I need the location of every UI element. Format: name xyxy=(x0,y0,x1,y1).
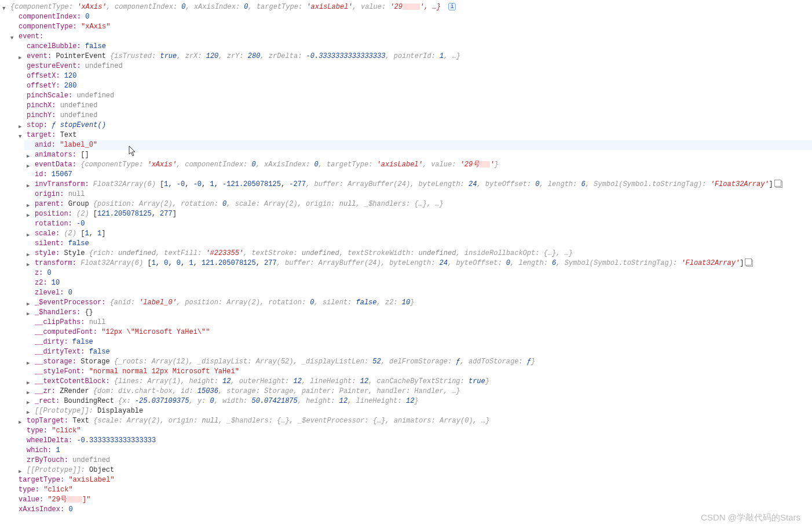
prop-xaxisindex[interactable]: xAxisIndex: 0 xyxy=(8,505,812,515)
expand-toggle[interactable] xyxy=(27,201,33,207)
prop-textcotentblock[interactable]: __textCotentBlock: {lines: Array(1), hei… xyxy=(24,377,812,387)
prop-toptarget[interactable]: topTarget: Text {scale: Array(2), origin… xyxy=(16,416,812,426)
prop-zr[interactable]: __zr: ZRender {dom: div.chart-box, id: 1… xyxy=(24,387,812,396)
info-icon[interactable]: i xyxy=(448,3,456,10)
prop-invTransform[interactable]: invTransform: Float32Array(6) [1, -0, -0… xyxy=(24,180,812,190)
expand-toggle[interactable] xyxy=(10,33,17,39)
prop-seventprocessor[interactable]: _$eventProcessor: {anid: 'label_0', posi… xyxy=(24,298,812,308)
prop-clippaths[interactable]: __clipPaths: null xyxy=(24,318,812,327)
expand-toggle[interactable] xyxy=(27,181,33,187)
expand-toggle[interactable] xyxy=(27,230,33,236)
expand-toggle[interactable] xyxy=(27,299,33,305)
prop-position[interactable]: position: (2) [121.205078125, 277] xyxy=(24,209,812,219)
prop-value[interactable]: value: "29号]" xyxy=(8,495,812,505)
prop-wheeldelta[interactable]: wheelDelta: -0.3333333333333333 xyxy=(16,436,812,446)
redacted xyxy=(403,3,420,10)
prop-silent[interactable]: silent: false xyxy=(24,239,812,249)
prop-pinchScale[interactable]: pinchScale: undefined xyxy=(16,91,812,101)
expand-toggle[interactable] xyxy=(27,309,33,315)
expand-toggle[interactable] xyxy=(27,151,33,158)
expand-toggle[interactable] xyxy=(19,53,25,59)
prop-componentType[interactable]: componentType: "xAxis" xyxy=(8,22,812,32)
expand-toggle[interactable] xyxy=(19,467,25,473)
prop-targettype[interactable]: targetType: "axisLabel" xyxy=(8,475,812,485)
prop-z2[interactable]: z2: 10 xyxy=(24,278,812,288)
prop-rect[interactable]: _rect: BoundingRect {x: -25.037109375, y… xyxy=(24,396,812,406)
prop-origin[interactable]: origin: null xyxy=(24,190,812,199)
prop-event-pointerevent[interactable]: event: PointerEvent {isTrusted: true, zr… xyxy=(16,52,812,61)
prop-zlevel[interactable]: zlevel: 0 xyxy=(24,288,812,298)
prop-gestureEvent[interactable]: gestureEvent: undefined xyxy=(16,61,812,71)
prop-pinchX[interactable]: pinchX: undefined xyxy=(16,101,812,111)
prop-offsetX[interactable]: offsetX: 120 xyxy=(16,71,812,81)
prop-eventData[interactable]: eventData: {componentType: 'xAxis', comp… xyxy=(24,160,812,170)
prop-animators[interactable]: animators: [] xyxy=(24,150,812,160)
prop-stop[interactable]: stop: ƒ stopEvent() xyxy=(16,121,812,130)
copy-icon[interactable] xyxy=(776,181,782,188)
console-object-summary[interactable]: {componentType: 'xAxis', componentIndex:… xyxy=(0,2,812,12)
expand-toggle[interactable] xyxy=(27,210,33,217)
prop-style[interactable]: style: Style {rich: undefined, textFill:… xyxy=(24,249,812,258)
prop-cancelBubble[interactable]: cancelBubble: false xyxy=(16,42,812,52)
prop-z[interactable]: z: 0 xyxy=(24,268,812,278)
prop-scale[interactable]: scale: (2) [1, 1] xyxy=(24,229,812,239)
prop-type[interactable]: type: "click" xyxy=(16,426,812,436)
expand-toggle[interactable] xyxy=(27,398,33,404)
prop-parent[interactable]: parent: Group {position: Array(2), rotat… xyxy=(24,199,812,209)
redacted xyxy=(480,161,490,167)
prop-type-outer[interactable]: type: "click" xyxy=(8,485,812,495)
expand-toggle[interactable] xyxy=(27,161,33,167)
prop-dirty[interactable]: __dirty: false xyxy=(24,337,812,347)
prop-transform[interactable]: transform: Float32Array(6) [1, 0, 0, 1, … xyxy=(24,258,812,268)
prop-rotation[interactable]: rotation: -0 xyxy=(24,219,812,229)
prop-stylefont[interactable]: __styleFont: "normal normal 12px Microso… xyxy=(24,367,812,377)
expand-toggle[interactable] xyxy=(27,260,33,266)
expand-toggle[interactable] xyxy=(27,407,33,414)
redacted xyxy=(67,496,82,502)
expand-toggle[interactable] xyxy=(2,3,9,10)
prop-event[interactable]: event: xyxy=(8,32,812,42)
expand-toggle[interactable] xyxy=(27,388,33,394)
prop-prototype-event[interactable]: [[Prototype]]: Object xyxy=(16,465,812,475)
prop-componentIndex[interactable]: componentIndex: 0 xyxy=(8,12,812,22)
text: {componentType: xyxy=(10,3,77,11)
expand-toggle[interactable] xyxy=(19,122,25,128)
expand-toggle[interactable] xyxy=(27,250,33,256)
prop-target[interactable]: target: Text xyxy=(16,130,812,140)
prop-shandlers[interactable]: _$handlers: {} xyxy=(24,308,812,318)
prop-dirtytext[interactable]: __dirtyText: false xyxy=(24,347,812,357)
prop-offsetY[interactable]: offsetY: 280 xyxy=(16,81,812,91)
prop-zrbytouch[interactable]: zrByTouch: undefined xyxy=(16,456,812,465)
prop-anid[interactable]: anid: "label_0" xyxy=(24,140,812,150)
copy-icon[interactable] xyxy=(746,260,753,267)
expand-toggle[interactable] xyxy=(19,132,25,138)
prop-pinchY[interactable]: pinchY: undefined xyxy=(16,111,812,121)
prop-id[interactable]: id: 15067 xyxy=(24,170,812,180)
expand-toggle[interactable] xyxy=(27,358,33,365)
prop-which[interactable]: which: 1 xyxy=(16,446,812,456)
prop-computedfont[interactable]: __computedFont: "12px \"Microsoft YaHei\… xyxy=(24,327,812,337)
prop-storage[interactable]: __storage: Storage {_roots: Array(12), _… xyxy=(24,357,812,367)
expand-toggle[interactable] xyxy=(19,417,25,424)
prop-prototype[interactable]: [[Prototype]]: Displayable xyxy=(24,406,812,416)
expand-toggle[interactable] xyxy=(27,378,33,384)
